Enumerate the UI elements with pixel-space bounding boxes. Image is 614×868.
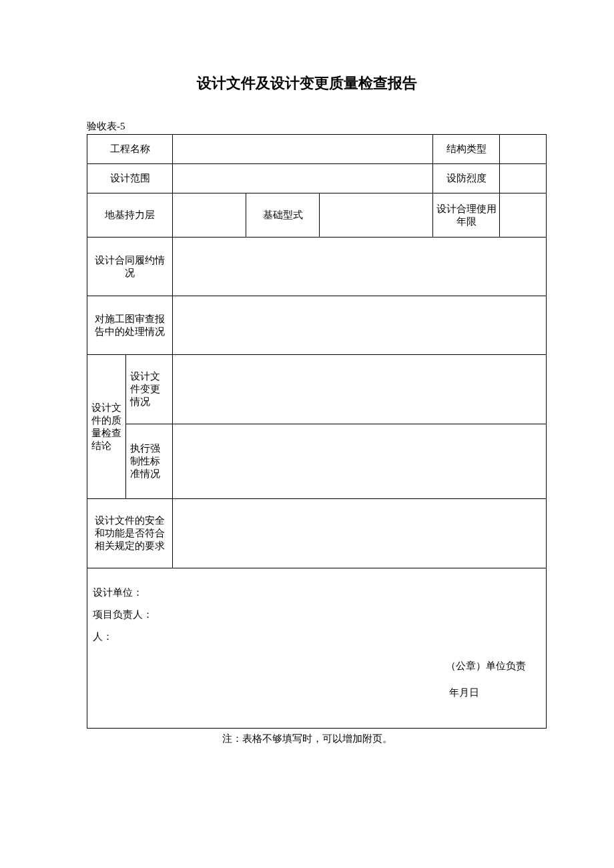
- table-row: 设计文件的安全和功能是否符合相关规定的要求: [87, 499, 547, 568]
- footnote: 注：表格不够填写时，可以增加附页。: [87, 733, 527, 745]
- table-row: 执行强制性标准情况: [87, 424, 547, 499]
- label-structure-type: 结构类型: [433, 135, 500, 164]
- label-seal: （公章）单位负责: [446, 655, 526, 677]
- label-contract-performance: 设计合同履约情况: [87, 238, 173, 296]
- table-row: 设计范围 设防烈度: [87, 164, 547, 193]
- value-seismic-intensity[interactable]: [500, 164, 547, 193]
- page-title: 设计文件及设计变更质量检查报告: [87, 73, 527, 93]
- label-design-scope: 设计范围: [87, 164, 173, 193]
- label-drawing-review: 对施工图审查报告中的处理情况: [87, 296, 173, 355]
- value-change-situation[interactable]: [173, 355, 547, 424]
- value-foundation-type[interactable]: [320, 193, 433, 238]
- label-change-situation: 设计文件变更情况: [126, 355, 173, 424]
- value-project-name[interactable]: [173, 135, 433, 164]
- form-number: 验收表-5: [87, 120, 527, 133]
- value-contract-performance[interactable]: [173, 238, 547, 296]
- value-service-life[interactable]: [500, 193, 547, 238]
- table-row: 工程名称 结构类型: [87, 135, 547, 164]
- table-row: 对施工图审查报告中的处理情况: [87, 296, 547, 355]
- table-row: 设计合同履约情况: [87, 238, 547, 296]
- label-safety-function: 设计文件的安全和功能是否符合相关规定的要求: [87, 499, 173, 568]
- value-mandatory-standard[interactable]: [173, 424, 547, 499]
- value-safety-function[interactable]: [173, 499, 547, 568]
- label-bearing-layer: 地基持力层: [87, 193, 173, 238]
- label-service-life: 设计合理使用年限: [433, 193, 500, 238]
- table-row: 设计单位： 项目负责人： 人： （公章）单位负责 年月日: [87, 568, 547, 729]
- label-project-manager: 项目负责人：: [93, 604, 541, 626]
- label-quality-conclusion: 设计文件的质量检查结论: [87, 355, 126, 499]
- signature-block[interactable]: 设计单位： 项目负责人： 人： （公章）单位负责 年月日: [87, 568, 547, 729]
- value-structure-type[interactable]: [500, 135, 547, 164]
- table-row: 设计文件的质量检查结论 设计文件变更情况: [87, 355, 547, 424]
- label-project-name: 工程名称: [87, 135, 173, 164]
- table-row: 地基持力层 基础型式 设计合理使用年限: [87, 193, 547, 238]
- label-mandatory-standard: 执行强制性标准情况: [126, 424, 173, 499]
- value-drawing-review[interactable]: [173, 296, 547, 355]
- label-design-unit: 设计单位：: [93, 582, 541, 604]
- value-bearing-layer[interactable]: [173, 193, 246, 238]
- label-foundation-type: 基础型式: [246, 193, 320, 238]
- inspection-table: 工程名称 结构类型 设计范围 设防烈度 地基持力层 基础型式 设计合理使用年限 …: [87, 134, 547, 729]
- label-person: 人：: [93, 626, 541, 648]
- label-seismic-intensity: 设防烈度: [433, 164, 500, 193]
- label-date: 年月日: [449, 682, 479, 704]
- value-design-scope[interactable]: [173, 164, 433, 193]
